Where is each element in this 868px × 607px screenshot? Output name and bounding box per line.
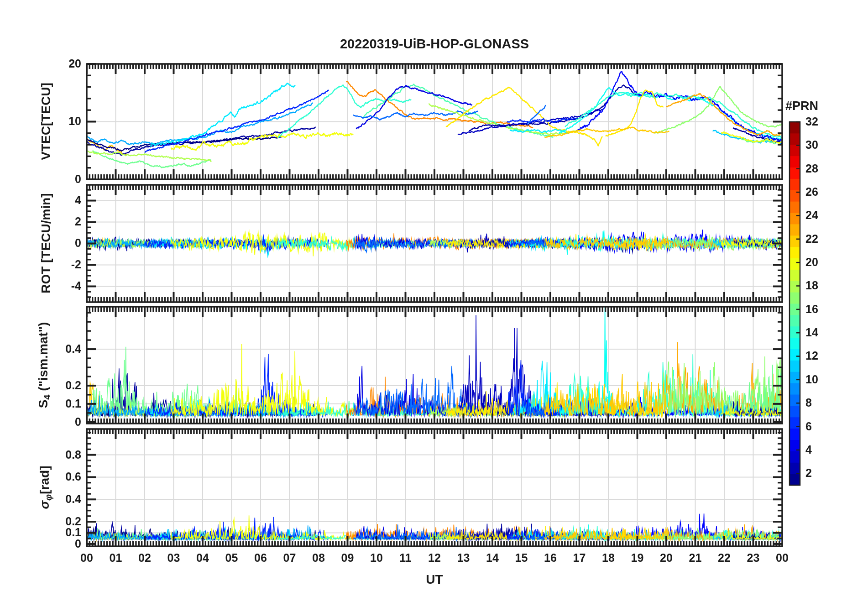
figure-title: 20220319-UiB-HOP-GLONASS: [87, 37, 782, 52]
sigma-phi-panel: [87, 429, 782, 546]
sigma-ylabel-text: σ: [37, 501, 52, 509]
s4-ylabel-sub: 4: [42, 394, 52, 399]
prn-colorbar: [790, 122, 800, 485]
vtec-ylabel-text: VTEC[TECU]: [39, 83, 53, 160]
s4-panel: [87, 307, 782, 424]
rot-ylabel-text: ROT [TECU/min]: [39, 193, 53, 293]
vtec-ylabel: VTEC[TECU]: [39, 83, 53, 160]
x-axis-label: UT: [87, 572, 782, 587]
rot-panel: [87, 185, 782, 302]
sigma-phi-ylabel: σφ[rad]: [37, 466, 54, 509]
s4-ylabel: S4 ("ism.mat"): [36, 322, 53, 408]
vtec-panel: [87, 64, 782, 179]
figure: 20220319-UiB-HOP-GLONASS VTEC[TECU] ROT …: [0, 0, 868, 607]
s4-ylabel-text: S: [36, 400, 50, 408]
s4-ylabel-post: ("ism.mat"): [36, 322, 50, 395]
rot-ylabel: ROT [TECU/min]: [39, 193, 53, 293]
colorbar-title: #PRN: [785, 99, 818, 113]
sigma-ylabel-post: [rad]: [37, 466, 52, 494]
sigma-ylabel-sub: φ: [43, 494, 53, 501]
